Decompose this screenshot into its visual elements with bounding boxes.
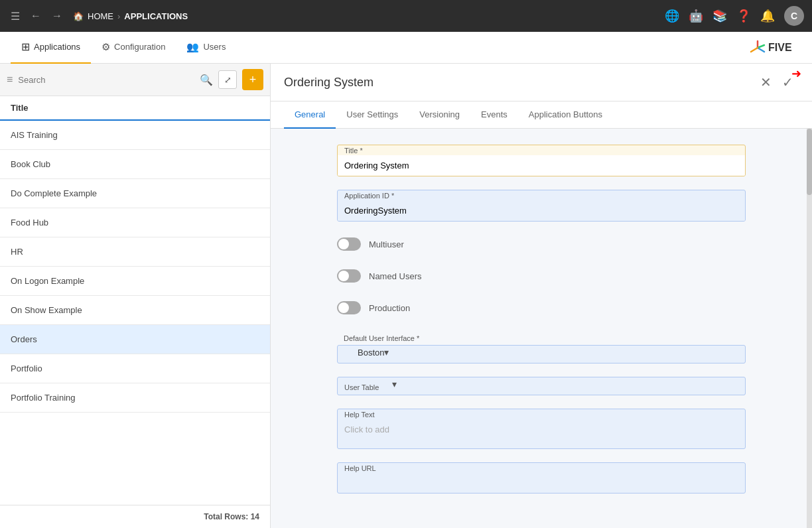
- form-tabs: General User Settings Versioning Events …: [271, 101, 812, 129]
- top-nav-actions: 🌐 🤖 📚 ❓ 🔔 C: [665, 6, 804, 26]
- books-icon[interactable]: 📚: [712, 9, 727, 23]
- help-url-box: Help URL: [337, 462, 746, 494]
- user-avatar[interactable]: C: [784, 6, 804, 26]
- tab-user-settings[interactable]: User Settings: [336, 101, 409, 129]
- home-icon: 🏠: [73, 11, 84, 21]
- title-field-box: Title *: [337, 145, 746, 176]
- title-field: Title *: [337, 145, 746, 176]
- list-item[interactable]: HR: [0, 237, 270, 267]
- robot-icon[interactable]: 🤖: [689, 9, 703, 23]
- multiuser-label: Multiuser: [369, 239, 404, 249]
- forward-icon[interactable]: →: [49, 7, 65, 25]
- user-table-label-inner: User Table: [338, 379, 385, 393]
- list-items: AIS Training Book Club Do Complete Examp…: [0, 121, 270, 505]
- five-logo: FIVE: [748, 38, 801, 57]
- form-header: Ordering System ✕ ✓ ➜: [271, 64, 812, 101]
- help-text-value[interactable]: Click to add: [338, 419, 745, 448]
- tab-application-buttons[interactable]: Application Buttons: [518, 101, 613, 129]
- configuration-tab-label: Configuration: [114, 42, 165, 52]
- default-ui-select-label-inner: [338, 352, 351, 357]
- svg-line-1: [758, 45, 764, 48]
- tab-versioning[interactable]: Versioning: [409, 101, 470, 129]
- list-item[interactable]: Food Hub: [0, 208, 270, 237]
- production-toggle-row: Production: [337, 298, 746, 317]
- toggle-thumb: [338, 271, 349, 281]
- named-users-toggle[interactable]: [337, 269, 361, 283]
- list-item[interactable]: Portfolio Training: [0, 383, 270, 413]
- default-ui-value: Boston: [358, 348, 384, 358]
- secondary-nav: ⊞ Applications ⚙ Configuration 👥 Users F…: [0, 32, 812, 64]
- applications-label: APPLICATIONS: [124, 11, 188, 21]
- help-url-field: Help URL: [337, 462, 746, 494]
- applications-tab-label: Applications: [34, 42, 80, 52]
- dropdown-arrow-icon: ▾: [384, 347, 389, 358]
- top-nav: ☰ ← → 🏠 HOME › APPLICATIONS 🌐 🤖 📚 ❓ 🔔 C: [0, 0, 812, 32]
- default-ui-label: Default User Interface *: [337, 334, 746, 342]
- main-layout: ≡ 🔍 ⤢ + Title AIS Training Book Club Do …: [0, 64, 812, 528]
- help-url-label: Help URL: [338, 462, 383, 474]
- home-label[interactable]: HOME: [88, 11, 113, 21]
- close-button[interactable]: ✕: [755, 72, 777, 93]
- named-users-label: Named Users: [369, 271, 421, 281]
- user-table-wrapper: User Table ▾: [337, 377, 746, 395]
- people-icon: 👥: [186, 41, 199, 53]
- multiuser-toggle-row: Multiuser: [337, 235, 746, 253]
- list-item-orders[interactable]: Orders: [0, 325, 270, 354]
- tab-events[interactable]: Events: [470, 101, 518, 129]
- toggle-thumb: [338, 239, 349, 249]
- help-text-box[interactable]: Help Text Click to add: [337, 409, 746, 449]
- search-input[interactable]: [18, 75, 194, 85]
- list-item[interactable]: AIS Training: [0, 121, 270, 150]
- dropdown-arrow-icon-2: ▾: [392, 379, 397, 389]
- production-toggle[interactable]: [337, 301, 361, 314]
- default-ui-wrapper: Default User Interface * Boston ▾: [337, 330, 746, 363]
- title-field-label: Title *: [338, 145, 370, 156]
- help-text-field: Help Text Click to add: [337, 409, 746, 449]
- form-content: Title * Application ID * Mul: [271, 129, 812, 509]
- save-check-button[interactable]: ✓ ➜: [777, 72, 799, 93]
- user-table-select[interactable]: User Table ▾: [337, 377, 746, 395]
- production-label: Production: [369, 303, 410, 313]
- svg-text:FIVE: FIVE: [768, 42, 792, 53]
- list-header: Title: [0, 96, 270, 121]
- named-users-toggle-row: Named Users: [337, 267, 746, 285]
- breadcrumb-sep: ›: [117, 11, 120, 21]
- expand-button[interactable]: ⤢: [218, 70, 237, 89]
- menu-icon[interactable]: ☰: [8, 7, 23, 25]
- app-id-field-box: Application ID *: [337, 190, 746, 222]
- svg-line-3: [751, 48, 758, 52]
- list-item[interactable]: Do Complete Example: [0, 179, 270, 208]
- left-panel: ≡ 🔍 ⤢ + Title AIS Training Book Club Do …: [0, 64, 271, 528]
- grid-icon: ⊞: [21, 40, 30, 53]
- bell-icon[interactable]: 🔔: [760, 9, 775, 23]
- search-icon[interactable]: 🔍: [200, 74, 213, 86]
- filter-icon: ≡: [7, 74, 13, 86]
- list-item[interactable]: On Logon Example: [0, 267, 270, 296]
- breadcrumb: 🏠 HOME › APPLICATIONS: [73, 11, 188, 21]
- nav-tab-applications[interactable]: ⊞ Applications: [11, 32, 91, 64]
- multiuser-toggle[interactable]: [337, 237, 361, 251]
- help-text-label: Help Text: [338, 409, 381, 420]
- list-item[interactable]: Book Club: [0, 150, 270, 179]
- five-logo-area: FIVE: [748, 38, 801, 57]
- nav-tab-users[interactable]: 👥 Users: [176, 32, 236, 64]
- settings-icon: ⚙: [102, 41, 110, 53]
- help-url-value[interactable]: [338, 473, 745, 493]
- title-input[interactable]: [338, 155, 745, 176]
- toggle-thumb: [338, 302, 349, 313]
- tab-general[interactable]: General: [284, 101, 336, 129]
- nav-tab-configuration[interactable]: ⚙ Configuration: [91, 32, 176, 64]
- help-globe-icon[interactable]: 🌐: [665, 9, 679, 23]
- back-icon[interactable]: ←: [28, 7, 44, 25]
- default-ui-select[interactable]: Boston ▾: [337, 345, 746, 363]
- list-item[interactable]: Portfolio: [0, 354, 270, 383]
- users-tab-label: Users: [203, 42, 226, 52]
- app-id-input[interactable]: [338, 200, 745, 221]
- question-icon[interactable]: ❓: [736, 9, 751, 23]
- list-item[interactable]: On Show Example: [0, 296, 270, 325]
- form-title: Ordering System: [284, 76, 755, 90]
- search-bar: ≡ 🔍 ⤢ +: [0, 64, 270, 96]
- app-id-label: Application ID *: [338, 190, 401, 201]
- app-id-field: Application ID *: [337, 190, 746, 222]
- add-button[interactable]: +: [242, 69, 263, 90]
